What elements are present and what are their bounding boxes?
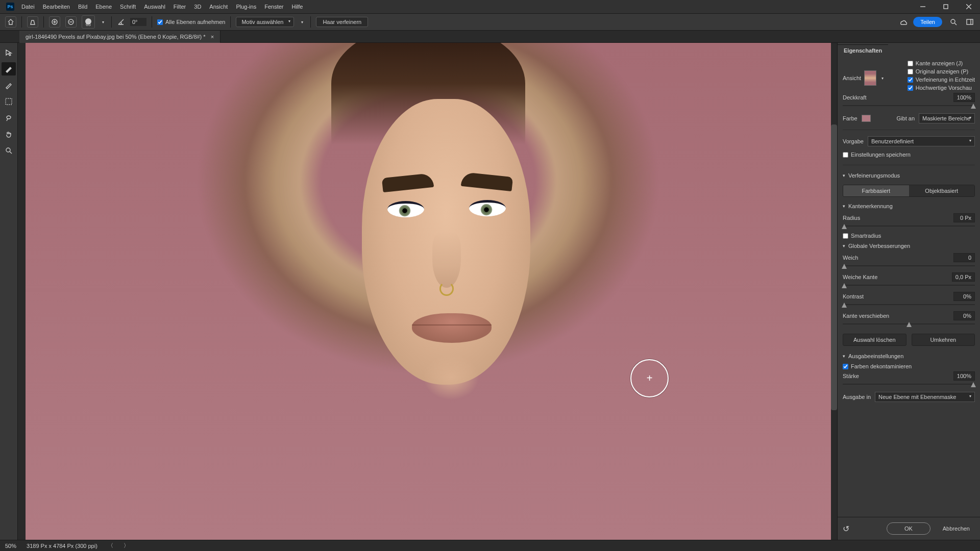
quick-select-tool[interactable] [2, 46, 16, 59]
sample-all-layers-checkbox[interactable]: Alle Ebenen aufnehmen [157, 19, 225, 25]
select-subject-button[interactable]: Motiv auswählen [236, 17, 294, 27]
hq-preview-checkbox[interactable]: Hochwertige Vorschau [908, 85, 975, 91]
feather-slider[interactable] [843, 285, 975, 286]
smart-radius-checkbox[interactable]: Smartradius [843, 233, 975, 239]
decontaminate-colors-checkbox[interactable]: Farben dekontaminieren [843, 363, 975, 369]
show-edge-checkbox[interactable]: Kante anzeigen (J) [908, 60, 975, 66]
brush-size-value: 65 [86, 22, 91, 27]
canvas[interactable]: + [18, 43, 837, 540]
menu-schrift[interactable]: Schrift [120, 4, 136, 10]
share-button[interactable]: Teilen [913, 17, 942, 27]
reset-icon[interactable]: ↺ [843, 524, 849, 534]
vertical-scrollbar[interactable] [831, 43, 837, 540]
realtime-refine-checkbox[interactable]: Verfeinerung in Echtzeit [908, 77, 975, 83]
opacity-label: Deckkraft [843, 94, 949, 101]
workspace-icon[interactable] [965, 17, 975, 27]
contrast-label: Kontrast [843, 293, 949, 299]
invert-button[interactable]: Umkehren [912, 334, 975, 346]
refine-mode-toggle[interactable]: Farbbasiert Objektbasiert [843, 185, 975, 197]
menu-auswahl[interactable]: Auswahl [144, 4, 165, 10]
global-refinements-section[interactable]: ▾Globale Verbesserungen [843, 241, 975, 251]
search-icon[interactable] [948, 17, 959, 27]
ok-button[interactable]: OK [887, 522, 930, 535]
feather-value[interactable]: 0,0 Px [952, 272, 975, 282]
opacity-value[interactable]: 100% [953, 93, 975, 102]
status-caret-right[interactable]: 〉 [124, 542, 129, 549]
plus-icon: + [647, 372, 653, 384]
indicates-select[interactable]: Maskierte Bereiche [919, 113, 975, 123]
object-aware-option[interactable]: Objektbasiert [909, 185, 975, 196]
output-to-select[interactable]: Neue Ebene mit Ebenenmaske [875, 392, 975, 402]
window-maximize-button[interactable] [934, 0, 957, 13]
view-thumbnail[interactable] [864, 70, 876, 86]
brush-preset-picker[interactable]: 65 [82, 15, 95, 29]
subtract-mode-button[interactable] [65, 16, 77, 28]
properties-tab[interactable]: Eigenschaften [838, 44, 888, 56]
overlay-color-swatch[interactable] [862, 115, 871, 122]
zoom-level[interactable]: 50% [5, 543, 16, 549]
radius-slider[interactable] [843, 226, 975, 227]
add-mode-button[interactable] [49, 16, 60, 28]
contrast-slider[interactable] [843, 304, 975, 305]
menu-datei[interactable]: Datei [21, 4, 35, 10]
indicates-label: Gibt an [897, 115, 915, 121]
cancel-button[interactable]: Abbrechen [938, 523, 975, 534]
document-title: girl-1846490 Pexels auf Pixabay.jpg bei … [26, 34, 206, 40]
document-tab[interactable]: girl-1846490 Pexels auf Pixabay.jpg bei … [19, 31, 220, 43]
cloud-docs-icon[interactable] [899, 18, 907, 26]
opacity-slider[interactable] [843, 105, 975, 106]
angle-input[interactable] [130, 18, 146, 26]
menu-ebene[interactable]: Ebene [95, 4, 112, 10]
tool-preset-button[interactable] [27, 16, 38, 28]
menu-bearbeiten[interactable]: Bearbeiten [43, 4, 70, 10]
window-minimize-button[interactable] [911, 0, 934, 13]
shift-edge-slider[interactable] [843, 323, 975, 324]
smooth-slider[interactable] [843, 265, 975, 266]
menu-bild[interactable]: Bild [78, 4, 87, 10]
svg-point-9 [951, 19, 955, 23]
menu-fenster[interactable]: Fenster [264, 4, 283, 10]
amount-slider[interactable] [843, 384, 975, 385]
app-icon: Ps [6, 3, 14, 11]
menu-3d[interactable]: 3D [194, 4, 201, 10]
document-tabs: girl-1846490 Pexels auf Pixabay.jpg bei … [0, 31, 980, 43]
home-button[interactable] [5, 16, 16, 28]
smooth-value[interactable]: 0 [953, 253, 975, 262]
show-original-checkbox[interactable]: Original anzeigen (P) [908, 68, 975, 74]
radius-label: Radius [843, 215, 949, 221]
svg-line-10 [954, 23, 957, 25]
refine-mode-section[interactable]: ▾Verfeinerungsmodus [843, 170, 975, 181]
output-to-label: Ausgabe in [843, 394, 871, 400]
edge-detection-section[interactable]: ▾Kantenerkennung [843, 201, 975, 211]
svg-rect-1 [944, 5, 948, 9]
hand-tool[interactable] [2, 128, 16, 141]
svg-rect-13 [6, 98, 12, 105]
shift-edge-value[interactable]: 0% [953, 311, 975, 320]
menu-hilfe[interactable]: Hilfe [291, 4, 303, 10]
status-caret-left[interactable]: 〈 [108, 542, 113, 549]
clear-selection-button[interactable]: Auswahl löschen [843, 334, 906, 346]
contrast-value[interactable]: 0% [953, 292, 975, 301]
window-close-button[interactable] [957, 0, 980, 13]
brush-tool[interactable] [2, 79, 16, 92]
menu-plugins[interactable]: Plug-ins [236, 4, 256, 10]
color-aware-option[interactable]: Farbbasiert [843, 185, 909, 196]
options-bar: 65 ▾ Alle Ebenen aufnehmen Motiv auswähl… [0, 13, 980, 31]
close-tab-icon[interactable]: × [211, 34, 214, 40]
preset-select[interactable]: Benutzerdefiniert [868, 136, 975, 146]
chevron-down-icon[interactable]: ▾ [881, 76, 884, 81]
menu-filter[interactable]: Filter [174, 4, 186, 10]
refine-edge-brush-tool[interactable] [2, 62, 16, 76]
svg-rect-11 [967, 19, 973, 24]
refine-hair-button[interactable]: Haar verfeinern [316, 17, 368, 27]
chevron-down-icon[interactable]: ▾ [102, 20, 104, 24]
lasso-tool[interactable] [2, 111, 16, 124]
output-settings-section[interactable]: ▾Ausgabeeinstellungen [843, 351, 975, 361]
amount-value[interactable]: 100% [953, 371, 975, 381]
menu-ansicht[interactable]: Ansicht [209, 4, 228, 10]
zoom-tool[interactable] [2, 144, 16, 157]
object-select-tool[interactable] [2, 95, 16, 108]
remember-settings-checkbox[interactable]: Einstellungen speichern [843, 152, 975, 158]
chevron-down-icon[interactable]: ▾ [301, 20, 303, 24]
radius-value[interactable]: 0 Px [953, 213, 975, 222]
